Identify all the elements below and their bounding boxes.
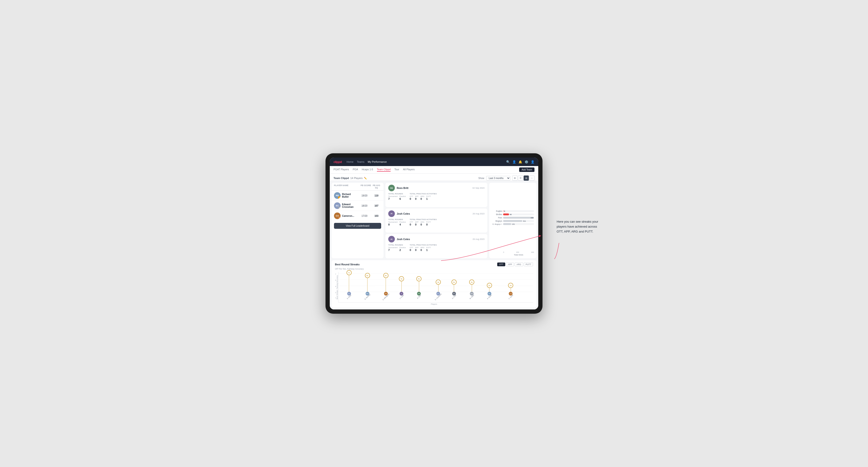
col-pb-score: PB SCORE xyxy=(360,184,372,189)
subnav-pgat[interactable]: PGAT Players xyxy=(334,168,349,172)
bar-row-bogeys: Bogeys 311 xyxy=(492,220,534,222)
streak-player-col: 3x CQ C. Quick xyxy=(508,283,514,298)
subnav-pga[interactable]: PGA xyxy=(353,168,358,172)
bar-chart-panel: Eagles 3 Birdies xyxy=(489,183,536,258)
card-header: RB Rees Britt 02 Sep 2023 xyxy=(388,185,485,191)
streaks-subtitle: Off The Tee, Fairway Accuracy xyxy=(335,268,533,270)
card-player-name: Josh Coles xyxy=(397,238,470,241)
player-cards-panel: RB Rees Britt 02 Sep 2023 Total Rounds T… xyxy=(385,183,487,258)
main-content: PLAYER NAME PB SCORE PB AVG SQ RB 1 Ric xyxy=(330,181,538,309)
streak-player-col: 6x DB D. Billingham xyxy=(381,273,390,298)
detail-view-button[interactable]: ▤ xyxy=(524,176,529,181)
bar-track: 131 xyxy=(503,223,534,225)
card-player-name: Josh Coles xyxy=(397,212,470,215)
card-stats: Total Rounds Tournament 7 Practice xyxy=(388,193,485,200)
avatar: CA 3 xyxy=(334,213,341,219)
card-avatar: JC xyxy=(388,210,395,217)
streak-player-col: 7x EE E. Ebert xyxy=(346,270,352,298)
app-logo: clippd xyxy=(334,160,342,164)
streak-chart: Best Streak, Fairway Accuracy 7 5 4 3 1 xyxy=(335,272,533,303)
annotation-box: Here you can see streaks your players ha… xyxy=(557,219,604,234)
grid-view-button[interactable]: ⊞ xyxy=(512,176,518,181)
add-team-button[interactable]: Add Team xyxy=(519,167,534,172)
team-controls: Show Last 3 months Last 6 months Last 12… xyxy=(478,176,534,181)
user-icon[interactable]: 👤 xyxy=(512,160,516,164)
player-card: RB Rees Britt 02 Sep 2023 Total Rounds T… xyxy=(385,183,487,207)
sub-nav-links: PGAT Players PGA Hcaps 1-5 Team Clippd T… xyxy=(334,168,519,172)
player-name-cell: Edward Crossman xyxy=(342,203,357,208)
subnav-hcaps[interactable]: Hcaps 1-5 xyxy=(362,168,373,172)
table-row[interactable]: RB 1 Richard Butler 19/20 110 xyxy=(332,191,383,201)
nav-icons: 🔍 👤 🔔 ⚙️ 👤 xyxy=(506,160,534,164)
list-view-button[interactable]: ☰ xyxy=(518,176,523,181)
avatar-icon[interactable]: 👤 xyxy=(531,160,534,164)
card-date: 02 Sep 2023 xyxy=(472,187,485,189)
activities-group: Total Practice Activities OTT 0 APP xyxy=(410,193,437,200)
filter-app[interactable]: APP xyxy=(506,262,514,266)
bell-icon[interactable]: 🔔 xyxy=(519,160,522,164)
bar-row-dbogeys: D. Bogeys + 131 xyxy=(492,223,534,225)
player-count: 14 Players xyxy=(350,177,363,180)
annotation-text: Here you can see streaks your players ha… xyxy=(557,219,604,234)
card-stats: Total Rounds Tournament 7 Practice xyxy=(388,244,485,251)
edit-icon[interactable]: ✏️ xyxy=(364,177,367,180)
streak-player-col: 4x DF D. Ford xyxy=(452,280,457,298)
bar-row-pars: Pars 499 xyxy=(492,217,534,219)
card-avatar: RB xyxy=(388,185,395,191)
bar-fill xyxy=(503,214,509,215)
player-score: 18/20 xyxy=(359,205,370,207)
player-name: Edward Crossman xyxy=(342,203,357,208)
bar-track: 96 xyxy=(503,214,534,215)
chart-x-axis: 0 200 400 xyxy=(492,251,534,253)
bar-row-birdies: Birdies 96 xyxy=(492,213,534,216)
bar-row-eagles: Eagles 3 xyxy=(492,210,534,212)
col-player-name: PLAYER NAME xyxy=(334,184,360,189)
player-name: Cameron... xyxy=(342,215,357,217)
chart-x-label: Total Shots xyxy=(492,254,534,256)
search-icon[interactable]: 🔍 xyxy=(506,160,510,164)
card-avatar: JC xyxy=(388,236,395,243)
x-axis-label: Players xyxy=(335,303,533,305)
sub-nav: PGAT Players PGA Hcaps 1-5 Team Clippd T… xyxy=(330,166,538,174)
bar-label: Pars xyxy=(492,217,502,219)
nav-links: Home Teams My Performance xyxy=(346,160,506,163)
view-leaderboard-button[interactable]: View Full Leaderboard xyxy=(334,223,381,229)
bar-label: Bogeys xyxy=(492,220,502,222)
filter-putt[interactable]: PUTT xyxy=(524,262,533,266)
subnav-team-clippd[interactable]: Team Clippd xyxy=(377,168,391,172)
rounds-group: Total Rounds Tournament 7 Practice xyxy=(388,193,406,200)
nav-teams[interactable]: Teams xyxy=(357,160,365,163)
player-card: JC Josh Coles 26 Aug 2023 Total Rounds T… xyxy=(385,209,487,233)
tablet-screen: clippd Home Teams My Performance 🔍 👤 🔔 ⚙… xyxy=(330,158,538,309)
bar-label: Eagles xyxy=(492,210,502,212)
chart-view-button[interactable]: ↕ xyxy=(529,176,534,181)
card-header: JC Josh Coles 26 Aug 2023 xyxy=(388,210,485,217)
filter-arg[interactable]: ARG xyxy=(515,262,523,266)
settings-icon[interactable]: ⚙️ xyxy=(525,160,528,164)
player-card: JC Josh Coles 26 Aug 2023 Total Rounds T… xyxy=(385,234,487,258)
team-header: Team Clippd 14 Players ✏️ Show Last 3 mo… xyxy=(330,174,538,181)
bar-chart: Eagles 3 Birdies xyxy=(492,185,534,250)
bottom-header: Best Round Streaks OTT APP ARG PUTT xyxy=(335,262,533,266)
streak-player-col: 6x BM B. McHarg xyxy=(364,273,371,298)
period-select[interactable]: Last 3 months Last 6 months Last 12 mont… xyxy=(486,176,510,181)
nav-home[interactable]: Home xyxy=(346,160,353,163)
filter-ott[interactable]: OTT xyxy=(497,262,505,266)
bar-label: D. Bogeys + xyxy=(492,223,502,225)
table-header: PLAYER NAME PB SCORE PB AVG SQ xyxy=(332,183,383,191)
table-row[interactable]: EC 2 Edward Crossman 18/20 107 xyxy=(332,201,383,211)
tablet-frame: clippd Home Teams My Performance 🔍 👤 🔔 ⚙… xyxy=(326,153,542,314)
table-row[interactable]: CA 3 Cameron... 17/20 103 xyxy=(332,211,383,221)
view-icons: ⊞ ☰ ▤ ↕ xyxy=(512,176,534,181)
subnav-all-players[interactable]: All Players xyxy=(403,168,415,172)
rank-badge: 1 xyxy=(338,196,341,199)
player-name-cell: Cameron... xyxy=(342,215,357,217)
subnav-tour[interactable]: Tour xyxy=(394,168,399,172)
streak-player-col: 5x RB R. Britt xyxy=(416,276,422,298)
nav-bar: clippd Home Teams My Performance 🔍 👤 🔔 ⚙… xyxy=(330,158,538,166)
card-date: 26 Aug 2023 xyxy=(472,213,485,215)
nav-my-performance[interactable]: My Performance xyxy=(368,160,387,163)
avatar: EC 2 xyxy=(334,203,341,209)
streaks-section: Best Round Streaks OTT APP ARG PUTT Off … xyxy=(332,260,536,308)
bar-label: Birdies xyxy=(492,213,502,216)
